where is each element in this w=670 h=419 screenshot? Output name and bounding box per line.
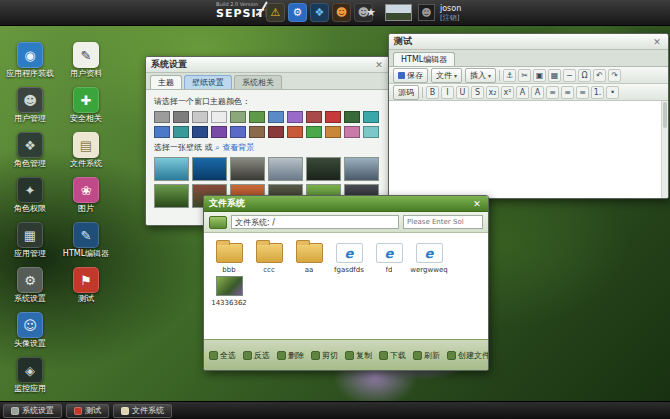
- settings-titlebar[interactable]: 系统设置 ✕: [146, 57, 390, 73]
- file-action-button[interactable]: 创建文件夹: [447, 350, 489, 361]
- settings-tab[interactable]: 主题: [150, 75, 182, 89]
- theme-swatch[interactable]: [230, 111, 246, 123]
- source-button[interactable]: 源码: [393, 85, 419, 100]
- desktop-icon[interactable]: ✚ 安全相关: [58, 87, 114, 132]
- theme-swatch[interactable]: [344, 126, 360, 138]
- taskbar-button[interactable]: 测试: [66, 404, 109, 418]
- close-icon[interactable]: ✕: [471, 199, 483, 209]
- theme-swatch[interactable]: [154, 126, 170, 138]
- desktop-icon[interactable]: ❀ 图片: [58, 177, 114, 222]
- logout-link[interactable]: [注销]: [440, 14, 461, 22]
- desktop-icon[interactable]: ⚑ 测试: [58, 267, 114, 312]
- desktop-icon[interactable]: ✦ 角色权限: [2, 177, 58, 222]
- theme-swatch[interactable]: [363, 126, 379, 138]
- desktop-icon[interactable]: ◉ 应用程序装载: [2, 42, 58, 87]
- wallpaper-thumb[interactable]: [344, 157, 379, 181]
- search-input[interactable]: [403, 215, 483, 229]
- editor-titlebar[interactable]: 测试 ✕: [389, 34, 668, 50]
- file-menu-button[interactable]: 文件 ▾: [431, 68, 462, 83]
- user-avatar[interactable]: ☻: [418, 4, 435, 21]
- link-icon[interactable]: ⚓: [503, 69, 516, 82]
- settings-tab[interactable]: 壁纸设置: [184, 75, 232, 89]
- theme-swatch[interactable]: [211, 111, 227, 123]
- file-item[interactable]: fgasdfds: [330, 243, 368, 274]
- desktop-icon[interactable]: ✎ 用户资料: [58, 42, 114, 87]
- services-icon[interactable]: ❖: [310, 3, 329, 22]
- unlink-icon[interactable]: ✂: [518, 69, 531, 82]
- table-icon[interactable]: ▦: [548, 69, 561, 82]
- file-action-button[interactable]: 删除: [277, 350, 304, 361]
- wallpaper-thumb[interactable]: [268, 157, 303, 181]
- theme-swatch[interactable]: [268, 111, 284, 123]
- file-item[interactable]: wergwweq: [410, 243, 448, 274]
- strikethrough-icon[interactable]: S: [471, 86, 484, 99]
- file-item[interactable]: fd: [370, 243, 408, 274]
- file-item[interactable]: bbb: [210, 243, 248, 274]
- desktop-icon[interactable]: ✎ HTML编辑器: [58, 222, 114, 267]
- theme-swatch[interactable]: [268, 126, 284, 138]
- insert-menu-button[interactable]: 插入 ▾: [465, 68, 496, 83]
- file-action-button[interactable]: 刷新: [413, 350, 440, 361]
- unordered-list-icon[interactable]: •: [606, 86, 619, 99]
- file-action-button[interactable]: 剪切: [311, 350, 338, 361]
- wallpaper-thumbnail[interactable]: [385, 4, 412, 21]
- file-item[interactable]: ccc: [250, 243, 288, 274]
- desktop-icon[interactable]: ▦ 应用管理: [2, 222, 58, 267]
- close-icon[interactable]: ✕: [651, 37, 663, 47]
- theme-swatch[interactable]: [192, 111, 208, 123]
- subscript-icon[interactable]: x₂: [486, 86, 499, 99]
- wallpaper-thumb[interactable]: [230, 157, 265, 181]
- file-action-button[interactable]: 反选: [243, 350, 270, 361]
- desktop-icon[interactable]: ❖ 角色管理: [2, 132, 58, 177]
- editor-scrollbar[interactable]: [661, 101, 668, 198]
- underline-icon[interactable]: U: [456, 86, 469, 99]
- editor-content-area[interactable]: [389, 101, 668, 198]
- files-titlebar[interactable]: 文件系统 ✕: [204, 196, 488, 212]
- wallpaper-thumb[interactable]: [154, 184, 189, 208]
- redo-icon[interactable]: ↷: [608, 69, 621, 82]
- align-right-icon[interactable]: ≡: [576, 86, 589, 99]
- user-icon[interactable]: ☻: [332, 3, 351, 22]
- home-folder-icon[interactable]: [209, 216, 227, 229]
- taskbar-button[interactable]: 系统设置: [3, 404, 62, 418]
- wallpaper-thumb[interactable]: [306, 157, 341, 181]
- file-action-button[interactable]: 下载: [379, 350, 406, 361]
- align-center-icon[interactable]: ≡: [561, 86, 574, 99]
- desktop-icon[interactable]: ☺ 头像设置: [2, 312, 58, 357]
- text-color-icon[interactable]: A: [516, 86, 529, 99]
- theme-swatch[interactable]: [363, 111, 379, 123]
- tab-html-editor[interactable]: HTML编辑器: [393, 52, 455, 66]
- theme-swatch[interactable]: [325, 111, 341, 123]
- theme-swatch[interactable]: [325, 126, 341, 138]
- save-button[interactable]: 保存: [393, 68, 428, 83]
- theme-swatch[interactable]: [173, 111, 189, 123]
- undo-icon[interactable]: ↶: [593, 69, 606, 82]
- view-background-link[interactable]: 查看背景: [222, 143, 254, 152]
- special-char-icon[interactable]: Ω: [578, 69, 591, 82]
- theme-swatch[interactable]: [211, 126, 227, 138]
- italic-icon[interactable]: I: [441, 86, 454, 99]
- settings-icon[interactable]: ⚙: [288, 3, 307, 22]
- theme-swatch[interactable]: [192, 126, 208, 138]
- warning-icon[interactable]: ⚠: [266, 3, 285, 22]
- close-icon[interactable]: ✕: [373, 60, 385, 70]
- file-item[interactable]: aa: [290, 243, 328, 274]
- desktop-icon[interactable]: ⚙ 系统设置: [2, 267, 58, 312]
- image-icon[interactable]: ▣: [533, 69, 546, 82]
- theme-swatch[interactable]: [173, 126, 189, 138]
- bg-color-icon[interactable]: A: [531, 86, 544, 99]
- theme-swatch[interactable]: [249, 126, 265, 138]
- settings-tab[interactable]: 系统相关: [234, 75, 282, 89]
- bold-icon[interactable]: B: [426, 86, 439, 99]
- theme-swatch[interactable]: [154, 111, 170, 123]
- hr-icon[interactable]: ─: [563, 69, 576, 82]
- file-item[interactable]: 14336362: [210, 276, 248, 307]
- path-input[interactable]: [231, 215, 399, 229]
- theme-swatch[interactable]: [306, 126, 322, 138]
- favorites-star-icon[interactable]: ★: [366, 6, 376, 19]
- theme-swatch[interactable]: [306, 111, 322, 123]
- taskbar-button[interactable]: 文件系统: [113, 404, 172, 418]
- user-menu[interactable]: joson [注销]: [440, 4, 461, 22]
- align-left-icon[interactable]: ≡: [546, 86, 559, 99]
- superscript-icon[interactable]: x²: [501, 86, 514, 99]
